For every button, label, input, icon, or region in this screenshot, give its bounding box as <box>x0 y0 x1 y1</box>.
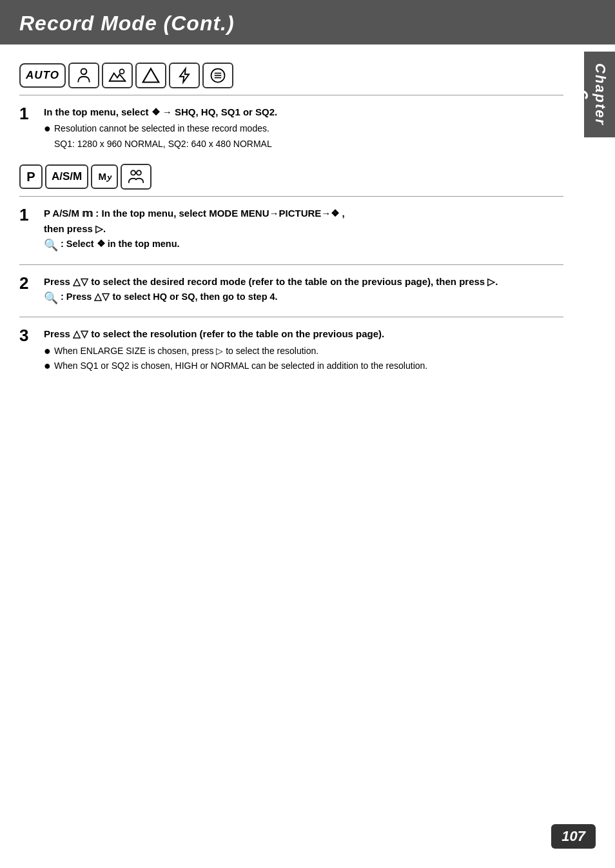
note-icon2: 🔍 <box>44 291 58 306</box>
section2-step2-content: Press △▽ to select the desired record mo… <box>44 274 563 306</box>
svg-marker-2 <box>180 69 189 83</box>
person-svg <box>75 66 93 84</box>
page-container: Record Mode (Cont.) Chapter 6 AUTO <box>0 0 615 868</box>
landscape-svg <box>108 66 126 84</box>
scene-icon <box>121 164 151 190</box>
svg-point-8 <box>137 171 141 175</box>
section2-step1-note: 🔍 : Select ❖ in the top menu. <box>44 239 563 253</box>
flash-icon <box>169 63 200 88</box>
section2-step2: 2 Press △▽ to select the desired record … <box>19 274 563 306</box>
title-bar: Record Mode (Cont.) <box>0 0 615 44</box>
section2-step3: 3 Press △▽ to select the resolution (ref… <box>19 326 563 374</box>
section2-icon-row: P A/S/M M𝔂 <box>19 164 563 190</box>
flash-svg <box>175 66 193 84</box>
chapter-label: Chapter <box>592 63 609 126</box>
section2-step1-content: P A/S/M 𝕞 : In the top menu, select MODE… <box>44 206 563 252</box>
section2-step3-number: 3 <box>19 326 37 374</box>
step1: 1 In the top menu, select ❖ → SHQ, HQ, S… <box>19 104 563 152</box>
step3-bullet1-text: When ENLARGE SIZE is chosen, press ▷ to … <box>54 344 318 358</box>
section2-step1-number: 1 <box>19 206 37 252</box>
landscape-icon <box>102 63 133 88</box>
page-title: Record Mode (Cont.) <box>19 12 596 35</box>
svg-point-0 <box>81 69 86 75</box>
asm-icon: A/S/M <box>45 164 88 189</box>
bullet-dot2 <box>44 137 54 152</box>
my-icon: M𝔂 <box>91 164 118 189</box>
divider3 <box>19 264 563 265</box>
step1-bullet1-text: Resolution cannot be selected in these r… <box>54 122 269 135</box>
step1-sublist: ● Resolution cannot be selected in these… <box>44 122 563 151</box>
step1-number: 1 <box>19 104 37 152</box>
section2-step1-note-text: : Select ❖ in the top menu. <box>61 239 180 249</box>
bullet-dot: ● <box>44 122 54 136</box>
page-number: 107 <box>551 824 596 849</box>
section2-step1: 1 P A/S/M 𝕞 : In the top menu, select MO… <box>19 206 563 252</box>
divider4 <box>19 317 563 317</box>
note-icon1: 🔍 <box>44 239 58 253</box>
step1-bullet1: ● Resolution cannot be selected in these… <box>44 122 563 136</box>
section2-step2-main: Press △▽ to select the desired record mo… <box>44 274 563 289</box>
auto-icon: AUTO <box>19 63 66 88</box>
section2-step3-bullets: ● When ENLARGE SIZE is chosen, press ▷ t… <box>44 344 563 373</box>
step1-bullet2-text: SQ1: 1280 x 960 NORMAL, SQ2: 640 x 480 N… <box>54 137 272 151</box>
main-content: AUTO <box>0 44 583 406</box>
section2-step3-main: Press △▽ to select the resolution (refer… <box>44 326 563 341</box>
section2: P A/S/M M𝔂 1 <box>19 164 563 374</box>
section2-step3-content: Press △▽ to select the resolution (refer… <box>44 326 563 374</box>
section1-icon-row: AUTO <box>19 63 563 88</box>
bullet-dot4: ● <box>44 359 54 373</box>
section2-step1-main: P A/S/M 𝕞 : In the top menu, select MODE… <box>44 206 563 236</box>
divider1 <box>19 95 563 95</box>
grid-icon <box>202 63 233 88</box>
chapter-number: 6 <box>572 89 592 101</box>
section2-step2-number: 2 <box>19 274 37 306</box>
scene-svg <box>127 168 145 186</box>
p-icon: P <box>19 164 43 189</box>
step1-main: In the top menu, select ❖ → SHQ, HQ, SQ1… <box>44 104 563 119</box>
section2-step2-note: 🔍 : Press △▽ to select HQ or SQ, then go… <box>44 291 563 306</box>
grid-svg <box>209 66 227 84</box>
bullet-dot3: ● <box>44 344 54 359</box>
svg-point-7 <box>131 171 135 175</box>
divider2 <box>19 196 563 197</box>
mountain-icon <box>135 63 166 88</box>
step3-bullet2: ● When SQ1 or SQ2 is chosen, HIGH or NOR… <box>44 359 563 373</box>
mountain-svg <box>142 66 160 84</box>
chapter-tab: Chapter 6 <box>584 52 615 137</box>
svg-point-1 <box>119 69 124 74</box>
step3-bullet2-text: When SQ1 or SQ2 is chosen, HIGH or NORMA… <box>54 359 427 373</box>
person-icon <box>68 63 99 88</box>
step1-bullet2: SQ1: 1280 x 960 NORMAL, SQ2: 640 x 480 N… <box>44 137 563 152</box>
section2-step2-note-text: : Press △▽ to select HQ or SQ, then go t… <box>61 291 278 302</box>
step3-bullet1: ● When ENLARGE SIZE is chosen, press ▷ t… <box>44 344 563 359</box>
my-label: M𝔂 <box>98 171 111 182</box>
section1: AUTO <box>19 63 563 152</box>
step1-content: In the top menu, select ❖ → SHQ, HQ, SQ1… <box>44 104 563 152</box>
